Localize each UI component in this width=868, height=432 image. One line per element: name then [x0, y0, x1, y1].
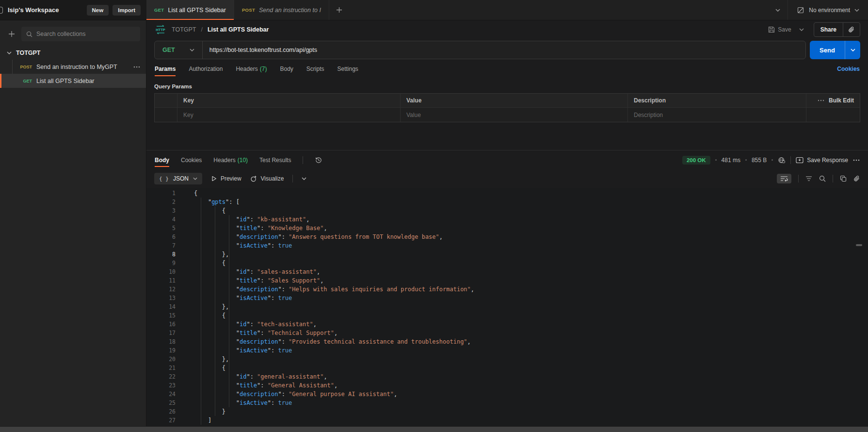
search-icon — [819, 175, 826, 182]
plus-icon — [8, 31, 15, 37]
line-number: 23 — [146, 381, 176, 390]
code-line: 10 "id": "sales-assistant", — [146, 267, 868, 276]
description-input[interactable]: Description — [628, 108, 806, 122]
save-response-icon — [796, 157, 804, 164]
environment-label: No environment — [809, 7, 850, 14]
breadcrumb-request-name: List all GPTS Sidebar — [208, 26, 269, 33]
code-text: "isActive": true — [194, 294, 292, 302]
save-icon — [768, 26, 775, 33]
code-line: 26 } — [146, 407, 868, 416]
value-input[interactable]: Value — [401, 108, 628, 122]
more-options-icon — [818, 100, 824, 101]
code-text: "title": "General Assistant", — [194, 381, 338, 390]
search-input[interactable]: Search collections — [21, 27, 140, 41]
tab-settings[interactable]: Settings — [338, 59, 358, 79]
tab-response-headers[interactable]: Headers(10) — [213, 150, 248, 169]
viewer-options-chevron[interactable] — [302, 177, 306, 180]
wrap-text-button[interactable] — [777, 174, 791, 183]
bottom-scrollbar[interactable] — [0, 426, 868, 432]
visualize-button[interactable]: Visualize — [250, 175, 284, 182]
tab-authorization[interactable]: Authorization — [189, 59, 223, 79]
link-button[interactable] — [853, 175, 860, 182]
column-key: Key — [177, 94, 401, 107]
tab-body[interactable]: Body — [280, 59, 293, 79]
sidebar-item-list-all-gpts[interactable]: GET List all GPTS Sidebar — [0, 74, 146, 88]
save-label: Save — [778, 26, 791, 33]
filter-button[interactable] — [805, 176, 812, 182]
copy-button[interactable] — [840, 175, 847, 182]
copy-link-button[interactable] — [843, 26, 860, 33]
code-line: 19 "isActive": true — [146, 346, 868, 355]
code-text: { — [194, 206, 225, 215]
bulk-edit-button[interactable]: Bulk Edit — [818, 97, 854, 104]
tab-send-instruction[interactable]: POST Send an instruction to I — [234, 0, 329, 20]
code-line: 27 ] — [146, 416, 868, 425]
more-options-icon — [853, 159, 860, 161]
query-params-table: Key Value Description Bulk Edit Key Valu… — [154, 93, 860, 122]
response-size[interactable]: 855 B — [752, 157, 767, 164]
method-selector[interactable]: GET — [155, 41, 202, 59]
status-badge[interactable]: 200 OK — [682, 156, 710, 165]
code-text: "id": "tech-assistant", — [194, 320, 317, 329]
send-button[interactable]: Send — [810, 41, 860, 59]
environment-selector[interactable]: No environment — [788, 0, 868, 20]
code-line: 13 "isActive": true — [146, 294, 868, 302]
indent-guide — [215, 206, 215, 416]
line-number: 25 — [146, 399, 176, 407]
query-params-title: Query Params — [146, 79, 868, 93]
response-time[interactable]: 481 ms — [722, 157, 740, 164]
search-response-button[interactable] — [819, 175, 826, 182]
send-label: Send — [810, 41, 845, 59]
new-tab-button[interactable] — [329, 0, 350, 20]
save-options-chevron[interactable] — [795, 28, 808, 31]
tab-list-all-gpts[interactable]: GET List all GPTS Sidebar — [146, 0, 234, 20]
item-options-button[interactable] — [133, 66, 140, 68]
tab-headers[interactable]: Headers(7) — [236, 59, 267, 79]
collection-totgpt[interactable]: TOTGPT — [0, 46, 146, 60]
cookies-link[interactable]: Cookies — [837, 66, 860, 72]
line-number: 9 — [146, 259, 176, 267]
url-input[interactable]: https://bot-test.tokenoftrust.com/api/gp… — [203, 41, 324, 59]
url-box: GET https://bot-test.tokenoftrust.com/ap… — [154, 41, 806, 59]
column-value: Value — [401, 94, 628, 107]
tab-overflow-chevron[interactable] — [768, 0, 788, 20]
import-button[interactable]: Import — [113, 5, 141, 16]
line-number: 2 — [146, 198, 176, 206]
save-button[interactable]: Save — [766, 26, 793, 33]
save-response-button[interactable]: Save Response — [796, 157, 848, 164]
new-button[interactable]: New — [87, 5, 109, 16]
tab-response-cookies[interactable]: Cookies — [181, 150, 202, 169]
history-clock-icon — [315, 156, 322, 164]
response-body-editor[interactable]: 1{2 "gpts": [3 {4 "id": "kb-assistant",5… — [146, 188, 868, 432]
response-history-button[interactable] — [315, 156, 322, 164]
sidebar-item-send-instruction[interactable]: POST Send an instruction to MyGPT — [0, 60, 146, 74]
line-number: 13 — [146, 294, 176, 302]
request-pane: HTTP TOTGPT / List all GPTS Sidebar Save… — [146, 20, 868, 432]
code-line: 15 { — [146, 311, 868, 320]
breadcrumb-collection[interactable]: TOTGPT — [172, 26, 196, 33]
send-options-chevron[interactable] — [845, 41, 860, 59]
headers-count: (7) — [260, 66, 267, 72]
workspace-name[interactable]: lsip's Workspace — [8, 6, 59, 14]
tab-test-results[interactable]: Test Results — [259, 150, 291, 169]
chevron-down-icon — [775, 9, 780, 12]
response-viewer-toolbar: { } JSON Preview Visualize — [146, 169, 868, 188]
row-select-cell — [155, 108, 177, 122]
play-icon — [211, 176, 217, 182]
key-input[interactable]: Key — [177, 108, 401, 122]
chevron-down-icon — [851, 49, 855, 51]
breadcrumb: HTTP TOTGPT / List all GPTS Sidebar Save… — [146, 20, 868, 39]
tab-params[interactable]: Params — [155, 59, 176, 79]
preview-button[interactable]: Preview — [211, 175, 241, 182]
line-number: 15 — [146, 311, 176, 320]
code-line: 11 "title": "Sales Support", — [146, 276, 868, 285]
format-selector[interactable]: { } JSON — [154, 173, 202, 184]
code-line: 8 }, — [146, 250, 868, 259]
share-button[interactable]: Share — [814, 22, 860, 37]
editor-scrollbar-thumb[interactable] — [856, 244, 862, 246]
response-options-button[interactable] — [853, 159, 860, 161]
add-collection-button[interactable] — [6, 31, 17, 37]
tab-scripts[interactable]: Scripts — [306, 59, 324, 79]
tab-response-body[interactable]: Body — [155, 150, 169, 169]
network-info-icon[interactable] — [778, 156, 786, 164]
